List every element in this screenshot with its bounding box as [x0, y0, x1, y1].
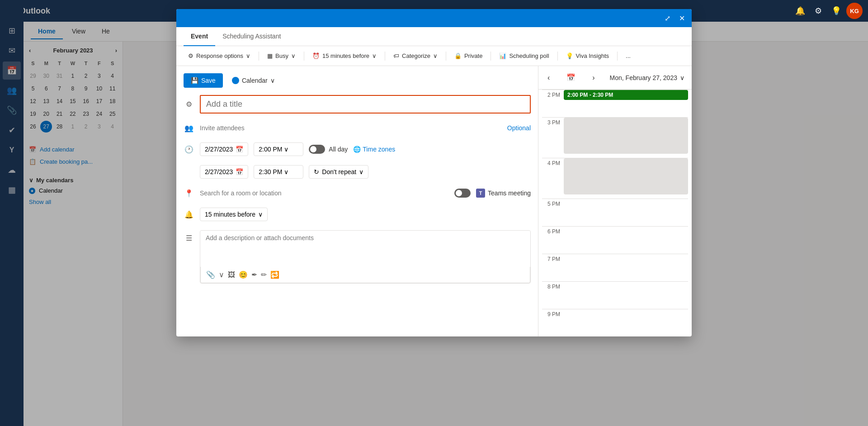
- more-options-button[interactable]: ...: [621, 50, 635, 62]
- cal-date-chevron: ∨: [680, 74, 684, 81]
- settings-icon[interactable]: ⚙: [810, 3, 826, 19]
- event-title-input[interactable]: [200, 95, 531, 114]
- scheduling-poll-icon: 📊: [499, 52, 506, 59]
- description-row: ☰ 📎 ∨ 🖼 😊 ✒ ✏ 🔁: [184, 228, 531, 285]
- all-day-toggle[interactable]: [309, 145, 325, 154]
- busy-chevron: ∨: [291, 52, 296, 59]
- time-label-5pm: 5 PM: [542, 199, 560, 207]
- attendees-row: 👥 Optional: [184, 121, 531, 135]
- reminder-chevron: ∨: [258, 211, 263, 218]
- time-slot-9pm: 9 PM: [542, 309, 688, 336]
- categorize-chevron: ∨: [433, 52, 438, 59]
- description-input[interactable]: [200, 231, 530, 267]
- time-slot-7pm: 7 PM: [542, 254, 688, 281]
- new-event-modal: ⤢ ✕ Event Scheduling Assistant ⚙ Respons…: [176, 9, 692, 336]
- time-slot-4pm: 4 PM: [542, 158, 688, 199]
- attendees-input[interactable]: [200, 123, 502, 133]
- event-block[interactable]: 2:00 PM - 2:30 PM: [564, 90, 688, 100]
- busy-block-3pm: [564, 118, 688, 154]
- cal-date-title[interactable]: Mon, February 27, 2023 ∨: [610, 74, 684, 81]
- tab-event[interactable]: Event: [184, 27, 215, 46]
- notification-bell[interactable]: 🔔: [792, 3, 808, 19]
- time-label-6pm: 6 PM: [542, 227, 560, 235]
- modal-titlebar: ⤢ ✕: [176, 9, 692, 27]
- pen-icon[interactable]: ✏: [261, 270, 267, 279]
- loop-icon[interactable]: 🔁: [270, 270, 279, 279]
- tab-scheduling-assistant[interactable]: Scheduling Assistant: [215, 27, 288, 46]
- end-time-input[interactable]: 2:30 PM ∨: [254, 165, 303, 179]
- cal-prev-button[interactable]: ‹: [546, 72, 552, 84]
- modal-body: 💾 Save Calendar ∨ ⚙ 👥: [176, 66, 692, 336]
- reminder-button[interactable]: ⏰ 15 minutes before ∨: [308, 50, 381, 62]
- all-day-label: All day: [329, 146, 348, 153]
- toggle-knob: [310, 146, 316, 152]
- signature-icon[interactable]: ✒: [251, 270, 257, 279]
- attach-icon[interactable]: 📎: [206, 270, 215, 279]
- description-container: 📎 ∨ 🖼 😊 ✒ ✏ 🔁: [200, 230, 531, 284]
- time-slot-3pm: 3 PM: [542, 117, 688, 158]
- teams-meeting-button[interactable]: T Teams meeting: [476, 189, 531, 198]
- teams-toggle[interactable]: [454, 189, 471, 198]
- time-zones-link[interactable]: 🌐 Time zones: [353, 146, 395, 153]
- start-time-input[interactable]: 2:00 PM ∨: [254, 142, 303, 156]
- end-date-input[interactable]: 2/27/2023 📅: [200, 165, 248, 179]
- reminder-selector[interactable]: 15 minutes before ∨: [200, 208, 268, 221]
- location-input[interactable]: [200, 188, 449, 199]
- user-avatar[interactable]: KG: [846, 3, 863, 19]
- time-slot-5pm: 5 PM: [542, 199, 688, 226]
- start-date-cal-icon: 📅: [236, 146, 243, 153]
- time-label-3pm: 3 PM: [542, 118, 560, 126]
- slot-content-4pm: [564, 158, 688, 194]
- private-icon: 🔒: [454, 52, 462, 59]
- cal-selector-dot: [232, 77, 239, 84]
- reminder-label: 15 minutes before: [205, 211, 255, 218]
- repeat-icon: ↻: [314, 168, 319, 175]
- modal-close-button[interactable]: ✕: [675, 12, 688, 24]
- modal-tabs: Event Scheduling Assistant: [176, 27, 692, 46]
- reminder-icon: ⏰: [312, 52, 320, 59]
- busy-button[interactable]: ▦ Busy ∨: [263, 50, 300, 62]
- start-date-input[interactable]: 2/27/2023 📅: [200, 142, 248, 156]
- repeat-button[interactable]: ↻ Don't repeat ∨: [309, 165, 368, 179]
- time-slot-2pm: 2 PM 2:00 PM - 2:30 PM: [542, 90, 688, 117]
- scheduling-poll-button[interactable]: 📊 Scheduling poll: [495, 50, 553, 62]
- response-options-button[interactable]: ⚙ Response options ∨: [184, 50, 255, 62]
- topright-bar: 🔔 ⚙ 💡 KG: [787, 0, 868, 22]
- calendar-selector[interactable]: Calendar ∨: [228, 73, 278, 88]
- end-date-value: 2/27/2023: [205, 168, 233, 175]
- calendar-panel: ‹ 📅 › Mon, February 27, 2023 ∨ 2 PM: [538, 66, 692, 336]
- time-label-4pm: 4 PM: [542, 158, 560, 166]
- slot-content-5pm: [564, 199, 688, 226]
- cal-next-button[interactable]: ›: [590, 72, 596, 84]
- lightbulb-icon[interactable]: 💡: [828, 3, 844, 19]
- location-row: 📍 T Teams meeting: [184, 186, 531, 200]
- end-datetime-row: 🕐 2/27/2023 📅 2:30 PM ∨ ↻ Don't repeat ∨: [184, 163, 531, 180]
- time-label-8pm: 8 PM: [542, 282, 560, 290]
- attach-chevron[interactable]: ∨: [219, 270, 224, 279]
- private-button[interactable]: 🔒 Private: [450, 50, 487, 62]
- categorize-button[interactable]: 🏷 Categorize ∨: [389, 50, 442, 62]
- start-time-chevron: ∨: [284, 146, 288, 153]
- teams-toggle-knob: [456, 190, 462, 196]
- optional-link[interactable]: Optional: [507, 124, 531, 132]
- cal-today-button[interactable]: 📅: [565, 71, 577, 84]
- modal-overlay: ⤢ ✕ Event Scheduling Assistant ⚙ Respons…: [0, 0, 868, 426]
- end-date-cal-icon: 📅: [236, 168, 243, 175]
- viva-insights-button[interactable]: 💡 Viva Insights: [561, 50, 613, 62]
- viva-insights-icon: 💡: [566, 52, 573, 59]
- toolbar-sep-2: [304, 52, 304, 61]
- toolbar-sep-7: [617, 52, 618, 61]
- save-button[interactable]: 💾 Save: [184, 73, 223, 88]
- toolbar-sep-1: [259, 52, 259, 61]
- image-icon[interactable]: 🖼: [228, 271, 235, 279]
- repeat-chevron: ∨: [359, 168, 363, 175]
- modal-expand-button[interactable]: ⤢: [661, 12, 674, 24]
- time-label-7pm: 7 PM: [542, 254, 560, 262]
- reminder-row-icon: 🔔: [184, 210, 194, 219]
- categorize-icon: 🏷: [393, 52, 399, 59]
- slot-content-2pm[interactable]: 2:00 PM - 2:30 PM: [564, 90, 688, 117]
- slot-content-9pm: [564, 309, 688, 336]
- form-header-actions: 💾 Save Calendar ∨: [184, 73, 531, 88]
- emoji-icon[interactable]: 😊: [239, 270, 248, 279]
- time-slot-8pm: 8 PM: [542, 281, 688, 309]
